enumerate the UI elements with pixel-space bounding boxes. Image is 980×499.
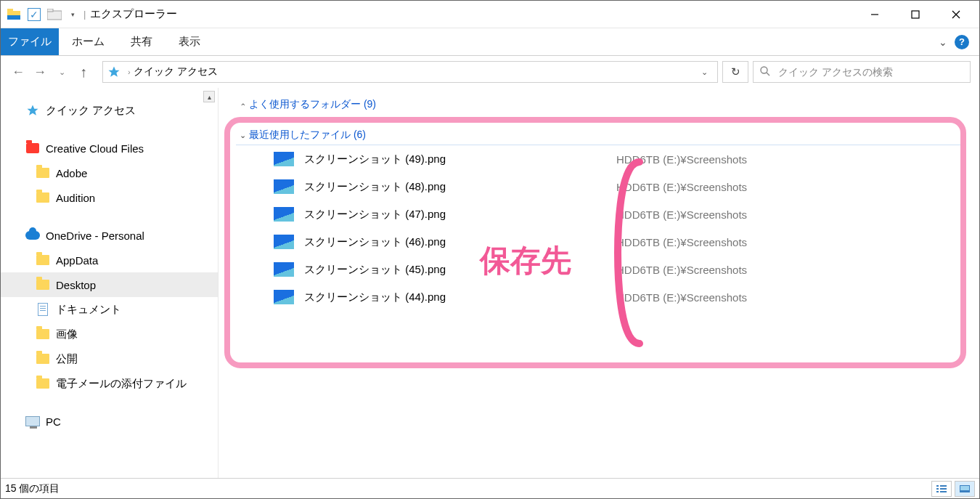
- tab-home[interactable]: ホーム: [59, 28, 118, 55]
- minimize-button[interactable]: [854, 1, 895, 28]
- svg-marker-9: [109, 67, 120, 77]
- tree-label: クイック アクセス: [46, 104, 136, 118]
- nav-forward-button[interactable]: →: [31, 62, 49, 82]
- tree-label: 公開: [56, 352, 78, 366]
- svg-line-11: [767, 73, 769, 76]
- folder-icon: [36, 255, 50, 265]
- tree-label: Audition: [56, 192, 95, 204]
- tree-item-documents[interactable]: ドキュメント: [1, 297, 218, 322]
- view-thumbnails-button[interactable]: [955, 481, 975, 497]
- tree-item-pictures[interactable]: 画像: [1, 322, 218, 346]
- qat-customize-icon[interactable]: ▾: [66, 11, 79, 18]
- tree-item-email-attachments[interactable]: 電子メールの添付ファイル: [1, 371, 218, 396]
- folder-icon: [36, 329, 50, 339]
- tree-label: Adobe: [56, 167, 87, 179]
- quick-access-star-icon: [107, 65, 121, 78]
- help-icon[interactable]: ?: [955, 35, 969, 49]
- tab-share[interactable]: 共有: [118, 28, 166, 55]
- refresh-button[interactable]: ↻: [722, 61, 748, 83]
- tab-view[interactable]: 表示: [166, 28, 213, 55]
- image-thumbnail-icon: [274, 262, 294, 277]
- tree-label: OneDrive - Personal: [46, 230, 144, 242]
- file-row[interactable]: スクリーンショット (46).png HDD6TB (E:)¥Screensho…: [232, 228, 966, 256]
- svg-rect-14: [940, 485, 947, 487]
- folder-icon: [36, 378, 50, 389]
- svg-rect-3: [47, 11, 62, 20]
- image-thumbnail-icon: [274, 235, 294, 249]
- svg-rect-15: [936, 488, 939, 490]
- breadcrumb-location[interactable]: クイック アクセス: [134, 65, 218, 78]
- navigation-bar: ← → ⌄ ↑ › クイック アクセス ⌄ ↻: [1, 56, 979, 88]
- svg-rect-13: [936, 485, 939, 487]
- file-name: スクリーンショット (47).png: [304, 208, 616, 222]
- scroll-up-button[interactable]: ▴: [203, 91, 215, 102]
- view-details-button[interactable]: [931, 481, 952, 497]
- search-box[interactable]: [753, 61, 971, 83]
- file-name: スクリーンショット (49).png: [304, 153, 616, 166]
- svg-rect-20: [960, 486, 969, 490]
- file-path: HDD6TB (E:)¥Screenshots: [616, 291, 747, 304]
- file-row[interactable]: スクリーンショット (45).png HDD6TB (E:)¥Screensho…: [232, 256, 966, 283]
- onedrive-icon: [25, 231, 40, 240]
- chevron-down-icon: ⌄: [236, 131, 249, 140]
- navigation-pane: ▴ クイック アクセス Creative Cloud Files Adobe A…: [1, 88, 219, 478]
- folder-icon: [36, 168, 50, 178]
- file-row[interactable]: スクリーンショット (44).png HDD6TB (E:)¥Screensho…: [232, 283, 966, 311]
- maximize-button[interactable]: [895, 1, 936, 28]
- folder-icon: [36, 192, 50, 203]
- svg-rect-16: [940, 488, 947, 490]
- svg-rect-4: [47, 9, 53, 12]
- tree-label: AppData: [56, 254, 98, 267]
- tree-quick-access[interactable]: クイック アクセス: [1, 98, 218, 123]
- folder-icon: [36, 280, 50, 290]
- ribbon-right: ⌄ ?: [939, 28, 979, 55]
- file-name: スクリーンショット (48).png: [304, 180, 616, 194]
- ribbon-expand-icon[interactable]: ⌄: [939, 36, 947, 48]
- svg-rect-6: [912, 11, 919, 18]
- tree-label: Creative Cloud Files: [46, 142, 144, 155]
- tree-label: Desktop: [56, 279, 96, 291]
- tab-file[interactable]: ファイル: [1, 28, 59, 55]
- status-item-count: 15 個の項目: [5, 482, 60, 495]
- svg-point-10: [761, 67, 767, 73]
- qat-folder-icon[interactable]: [46, 6, 63, 23]
- file-row[interactable]: スクリーンショット (49).png HDD6TB (E:)¥Screensho…: [232, 145, 966, 173]
- tree-this-pc[interactable]: PC: [1, 409, 218, 434]
- nav-history-button[interactable]: ⌄: [53, 62, 70, 82]
- svg-rect-18: [940, 491, 947, 492]
- folder-icon: [36, 354, 50, 364]
- window-title: エクスプローラー: [90, 7, 177, 21]
- tree-item-adobe[interactable]: Adobe: [1, 161, 218, 185]
- close-button[interactable]: [936, 1, 976, 28]
- breadcrumb-dropdown-icon[interactable]: ⌄: [695, 68, 713, 77]
- tree-onedrive[interactable]: OneDrive - Personal: [1, 223, 218, 248]
- group-recent-files[interactable]: ⌄ 最近使用したファイル (6): [236, 126, 966, 145]
- tree-item-audition[interactable]: Audition: [1, 185, 218, 210]
- svg-rect-17: [936, 491, 939, 492]
- nav-back-button[interactable]: ←: [9, 62, 27, 82]
- breadcrumb[interactable]: › クイック アクセス ⌄: [102, 61, 718, 83]
- title-bar: ✓ ▾ | エクスプローラー: [1, 1, 979, 28]
- group-frequent-folders[interactable]: › よく使用するフォルダー (9): [236, 95, 966, 114]
- chevron-right-icon: ›: [238, 98, 247, 111]
- file-name: スクリーンショット (46).png: [304, 235, 616, 249]
- content-pane: › よく使用するフォルダー (9) ⌄ 最近使用したファイル (6) スクリーン…: [219, 88, 979, 478]
- nav-up-button[interactable]: ↑: [75, 62, 92, 82]
- svg-marker-12: [28, 105, 38, 115]
- svg-rect-2: [7, 15, 20, 20]
- quick-access-star-icon: [25, 104, 40, 117]
- tree-item-desktop[interactable]: Desktop: [1, 272, 218, 297]
- tree-item-appdata[interactable]: AppData: [1, 248, 218, 272]
- file-row[interactable]: スクリーンショット (48).png HDD6TB (E:)¥Screensho…: [232, 173, 966, 200]
- explorer-app-icon: [7, 7, 21, 22]
- tree-item-public[interactable]: 公開: [1, 346, 218, 371]
- tree-label: PC: [46, 415, 61, 428]
- tree-label: ドキュメント: [56, 303, 121, 317]
- search-input[interactable]: [777, 65, 964, 78]
- title-separator: |: [83, 9, 86, 20]
- window-controls: [854, 1, 976, 28]
- tree-creative-cloud[interactable]: Creative Cloud Files: [1, 136, 218, 161]
- image-thumbnail-icon: [274, 179, 294, 194]
- file-row[interactable]: スクリーンショット (47).png HDD6TB (E:)¥Screensho…: [232, 200, 966, 228]
- qat-properties-icon[interactable]: ✓: [25, 6, 43, 23]
